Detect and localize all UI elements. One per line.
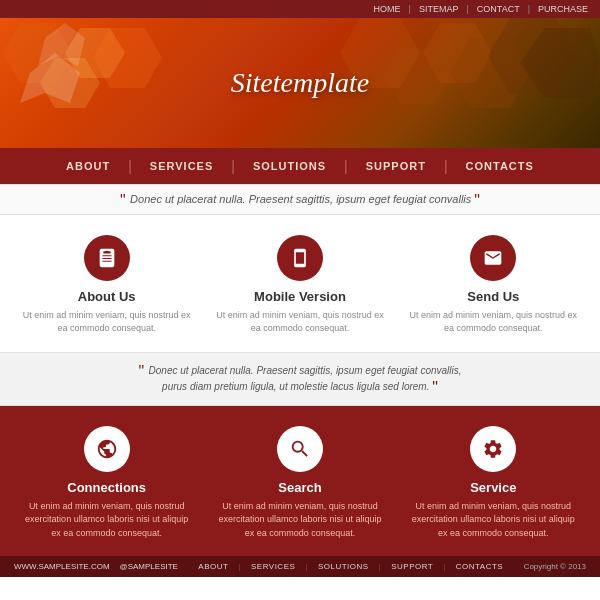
nav-solutions[interactable]: SOLUTIONS: [235, 160, 344, 172]
sep3: |: [528, 4, 530, 14]
quote-band-1: " Donec ut placerat nulla. Praesent sagi…: [0, 184, 600, 215]
footer-sep1: |: [233, 562, 246, 571]
service-search-title: Search: [215, 480, 385, 495]
quote-band-2: " Donec ut placerat nulla. Praesent sagi…: [0, 352, 600, 406]
footer-nav-support[interactable]: SUPPORT: [386, 562, 438, 571]
gear-icon: [470, 426, 516, 472]
feature-send: Send Us Ut enim ad minim veniam, quis no…: [408, 235, 578, 336]
service-connections: Connections Ut enim ad minim veniam, qui…: [22, 426, 192, 541]
feature-send-title: Send Us: [408, 289, 578, 304]
nav-contacts[interactable]: CONTACTS: [448, 160, 552, 172]
footer-website[interactable]: WWW.SAMPLESITE.COM: [14, 562, 110, 571]
top-bar: HOME | SITEMAP | CONTACT | PURCHASE: [0, 0, 600, 18]
quote-2-line1: Donec ut placerat nulla. Praesent sagitt…: [149, 365, 462, 376]
service-connections-text: Ut enim ad minim veniam, quis nostrud ex…: [22, 500, 192, 541]
nav-support[interactable]: SUPPORT: [348, 160, 444, 172]
search-icon: [277, 426, 323, 472]
service-search-text: Ut enim ad minim veniam, quis nostrud ex…: [215, 500, 385, 541]
footer-nav-services[interactable]: SERVICES: [246, 562, 300, 571]
feature-about: About Us Ut enim ad minim veniam, quis n…: [22, 235, 192, 336]
about-icon: [84, 235, 130, 281]
quote-1-text: Donec ut placerat nulla. Praesent sagitt…: [130, 193, 471, 205]
feature-about-text: Ut enim ad minim veniam, quis nostrud ex…: [22, 309, 192, 336]
service-service: Service Ut enim ad minim veniam, quis no…: [408, 426, 578, 541]
feature-send-text: Ut enim ad minim veniam, quis nostrud ex…: [408, 309, 578, 336]
mobile-icon: [277, 235, 323, 281]
hero-section: Sitetemplate: [0, 18, 600, 148]
main-nav: ABOUT | SERVICES | SOLUTIONS | SUPPORT |…: [0, 148, 600, 184]
footer-sep4: |: [438, 562, 451, 571]
nav-services[interactable]: SERVICES: [132, 160, 231, 172]
service-search: Search Ut enim ad minim veniam, quis nos…: [215, 426, 385, 541]
feature-mobile: Mobile Version Ut enim ad minim veniam, …: [215, 235, 385, 336]
footer-nav: ABOUT | SERVICES | SOLUTIONS | SUPPORT |…: [193, 562, 508, 571]
topbar-purchase[interactable]: PURCHASE: [538, 4, 588, 14]
topbar-sitemap[interactable]: SITEMAP: [419, 4, 459, 14]
sep2: |: [466, 4, 468, 14]
footer-nav-solutions[interactable]: SOLUTIONS: [313, 562, 374, 571]
sep1: |: [409, 4, 411, 14]
feature-mobile-title: Mobile Version: [215, 289, 385, 304]
service-service-text: Ut enim ad minim veniam, quis nostrud ex…: [408, 500, 578, 541]
feature-about-title: About Us: [22, 289, 192, 304]
close-quote-1: ": [474, 192, 480, 209]
footer-sep3: |: [374, 562, 387, 571]
footer-nav-about[interactable]: ABOUT: [193, 562, 233, 571]
send-icon: [470, 235, 516, 281]
feature-mobile-text: Ut enim ad minim veniam, quis nostrud ex…: [215, 309, 385, 336]
footer: WWW.SAMPLESITE.COM @SAMPLESITE ABOUT | S…: [0, 556, 600, 577]
footer-left: WWW.SAMPLESITE.COM @SAMPLESITE: [14, 562, 178, 571]
service-service-title: Service: [408, 480, 578, 495]
topbar-contact[interactable]: CONTACT: [477, 4, 520, 14]
footer-copyright: Copyright © 2013: [524, 562, 586, 571]
footer-sep2: |: [300, 562, 313, 571]
footer-nav-contacts[interactable]: CONTACTS: [451, 562, 508, 571]
services-section: Connections Ut enim ad minim veniam, qui…: [0, 406, 600, 557]
quote-2-line2: purus diam pretium ligula, ut molestie l…: [162, 381, 429, 392]
open-quote-2: ": [138, 362, 148, 379]
connections-icon: [84, 426, 130, 472]
features-section: About Us Ut enim ad minim veniam, quis n…: [0, 215, 600, 352]
open-quote-1: ": [120, 192, 130, 209]
close-quote-2: ": [432, 378, 438, 395]
nav-about[interactable]: ABOUT: [48, 160, 128, 172]
service-connections-title: Connections: [22, 480, 192, 495]
topbar-home[interactable]: HOME: [374, 4, 401, 14]
hero-title: Sitetemplate: [231, 67, 369, 99]
footer-social[interactable]: @SAMPLESITE: [120, 562, 178, 571]
